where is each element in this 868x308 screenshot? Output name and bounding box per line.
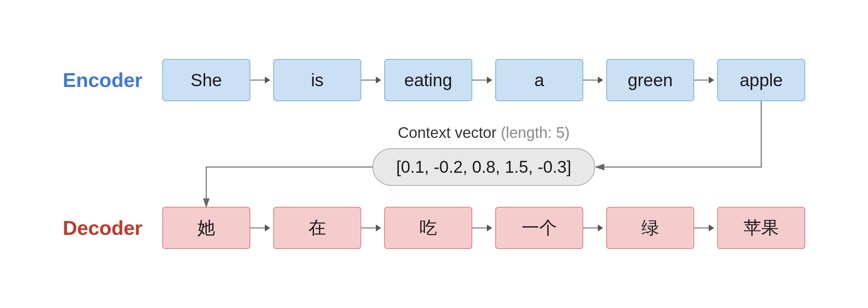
encoder-label: Encoder <box>63 69 162 92</box>
encoder-box-she: She <box>162 59 250 101</box>
context-vector-pill: [0.1, -0.2, 0.8, 1.5, -0.3] <box>372 148 595 186</box>
decoder-row: Decoder 她 在 吃 一个 <box>63 207 805 249</box>
context-vector-wrapper: [0.1, -0.2, 0.8, 1.5, -0.3] <box>162 148 805 186</box>
context-vector-label: Context vector (length: 5) <box>398 124 569 141</box>
decoder-box-pingguo: 苹果 <box>717 207 805 249</box>
encoder-arrow-1 <box>250 80 273 81</box>
encoder-arrow-4 <box>583 80 606 81</box>
encoder-boxes: She is eating a <box>162 59 805 101</box>
decoder-arrow-1 <box>250 228 273 229</box>
decoder-box-ta: 她 <box>162 207 250 249</box>
decoder-boxes: 她 在 吃 一个 绿 <box>162 207 805 249</box>
decoder-box-lv: 绿 <box>606 207 694 249</box>
encoder-arrow-3 <box>472 80 495 81</box>
decoder-box-yige: 一个 <box>495 207 583 249</box>
encoder-arrow-5 <box>694 80 717 81</box>
decoder-label: Decoder <box>63 216 162 239</box>
decoder-box-zai: 在 <box>273 207 361 249</box>
encoder-box-a: a <box>495 59 583 101</box>
decoder-arrow-5 <box>694 228 717 229</box>
encoder-box-apple: apple <box>717 59 805 101</box>
encoder-box-green: green <box>606 59 694 101</box>
encoder-arrow-2 <box>361 80 384 81</box>
decoder-arrow-4 <box>583 228 606 229</box>
decoder-box-chi: 吃 <box>384 207 472 249</box>
decoder-arrow-2 <box>361 228 384 229</box>
diagram-container: Encoder She is eating a <box>32 48 836 260</box>
encoder-box-is: is <box>273 59 361 101</box>
encoder-row: Encoder She is eating a <box>63 59 805 101</box>
encoder-box-eating: eating <box>384 59 472 101</box>
decoder-arrow-3 <box>472 228 495 229</box>
